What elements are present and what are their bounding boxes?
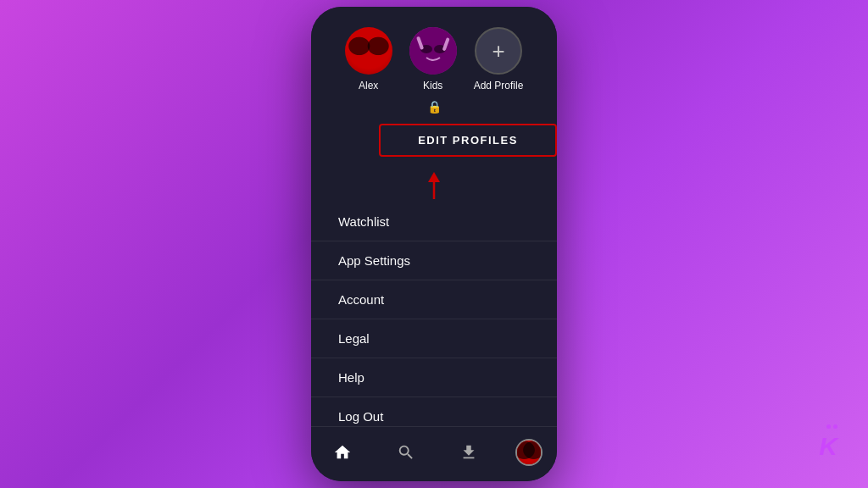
profile-item-add[interactable]: + Add Profile	[474, 27, 524, 92]
menu-content: Alex Ki	[311, 7, 557, 426]
profile-name-alex: Alex	[359, 80, 378, 92]
avatar-alex[interactable]	[345, 27, 392, 75]
menu-item-app-settings[interactable]: App Settings	[311, 241, 557, 280]
bottom-nav	[311, 426, 557, 481]
lock-icon: 🔒	[427, 100, 442, 114]
nav-search[interactable]	[389, 435, 423, 469]
profile-name-add: Add Profile	[474, 80, 524, 92]
nav-home[interactable]	[326, 435, 359, 469]
edit-profiles-button[interactable]: EDIT PROFILES	[379, 124, 557, 157]
menu-item-help[interactable]: Help	[311, 358, 557, 397]
phone-screen: Alex Ki	[311, 7, 557, 481]
svg-point-0	[409, 27, 457, 75]
avatar-add[interactable]: +	[475, 27, 522, 75]
menu-list: Watchlist App Settings Account Legal Hel…	[311, 202, 557, 426]
annotation-arrow	[311, 170, 557, 201]
menu-item-account[interactable]: Account	[311, 280, 557, 319]
menu-item-logout[interactable]: Log Out	[311, 397, 557, 426]
svg-marker-6	[428, 172, 440, 182]
nav-profile-avatar[interactable]	[515, 439, 542, 466]
lock-icon-row: 🔒	[311, 98, 557, 120]
profile-name-kids: Kids	[423, 80, 442, 92]
menu-item-legal[interactable]: Legal	[311, 319, 557, 358]
profiles-section: Alex Ki	[311, 7, 557, 98]
logo-text: K	[819, 432, 837, 461]
profile-item-alex[interactable]: Alex	[345, 27, 392, 92]
profile-item-kids[interactable]: Kids	[409, 27, 457, 92]
avatar-kids[interactable]	[409, 27, 457, 75]
menu-item-watchlist[interactable]: Watchlist	[311, 202, 557, 241]
watermark: K	[819, 424, 837, 461]
nav-download[interactable]	[452, 435, 486, 469]
